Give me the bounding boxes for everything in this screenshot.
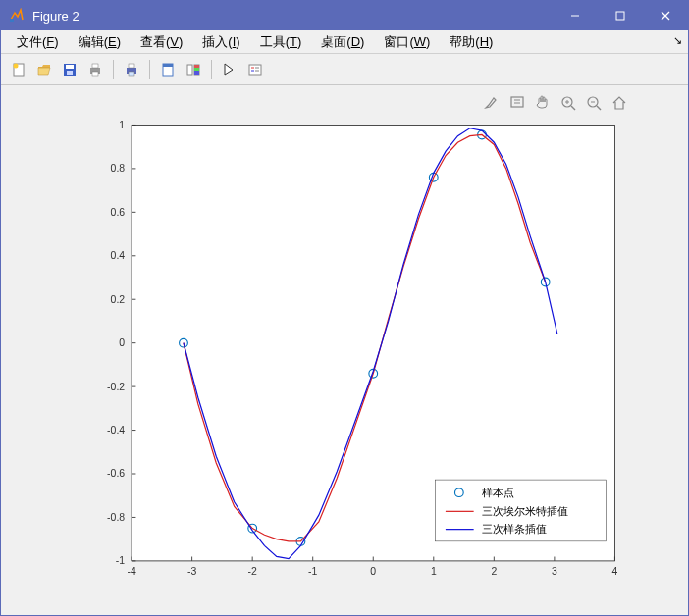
edit-plot-button[interactable] <box>218 58 241 81</box>
brush-icon[interactable] <box>482 93 502 113</box>
separator <box>113 60 114 79</box>
svg-rect-11 <box>92 64 98 68</box>
legend-label: 三次样条插值 <box>482 523 547 535</box>
svg-line-32 <box>571 106 575 110</box>
ytick-label: -0.2 <box>107 382 125 392</box>
print-button[interactable] <box>83 58 107 81</box>
print-preview-button[interactable] <box>120 58 143 81</box>
zoom-out-icon[interactable] <box>584 93 604 113</box>
maximize-button[interactable] <box>598 1 643 30</box>
insert-colorbar-button[interactable] <box>182 58 205 81</box>
ytick-label: -0.8 <box>107 512 125 523</box>
separator <box>149 60 150 79</box>
insert-legend-button[interactable] <box>243 58 267 81</box>
xtick-label: -1 <box>308 566 317 577</box>
xtick-label: 4 <box>612 566 618 577</box>
open-button[interactable] <box>32 58 56 81</box>
xtick-label: -3 <box>187 566 196 577</box>
ytick-label: -0.4 <box>107 425 125 436</box>
minimize-button[interactable] <box>553 1 598 30</box>
dock-arrow-icon[interactable]: ↘ <box>673 34 682 47</box>
menu-file[interactable]: 文件(F) <box>7 31 69 53</box>
svg-rect-2 <box>616 12 624 20</box>
menu-edit[interactable]: 编辑(E) <box>69 31 131 53</box>
svg-rect-14 <box>129 64 134 68</box>
toolbar <box>1 54 688 85</box>
menu-window[interactable]: 窗口(W) <box>374 31 440 53</box>
svg-rect-21 <box>194 68 199 71</box>
axes-toolbar <box>482 93 629 113</box>
svg-rect-17 <box>163 64 173 67</box>
xtick-label: 1 <box>431 566 437 577</box>
xtick-label: 0 <box>370 566 376 577</box>
ytick-label: -1 <box>116 555 125 566</box>
svg-rect-18 <box>187 65 192 75</box>
axes[interactable]: -4-3-2-101234-1-0.8-0.6-0.4-0.200.20.40.… <box>44 115 672 593</box>
menu-bar: 文件(F) 编辑(E) 查看(V) 插入(I) 工具(T) 桌面(D) 窗口(W… <box>1 30 688 54</box>
svg-rect-0 <box>10 19 14 22</box>
data-tip-icon[interactable] <box>507 93 527 113</box>
ytick-label: 0.4 <box>111 250 126 261</box>
svg-rect-20 <box>194 65 199 68</box>
svg-rect-22 <box>194 71 199 75</box>
xtick-label: 3 <box>552 566 557 577</box>
svg-rect-23 <box>249 65 261 75</box>
menu-insert[interactable]: 插入(I) <box>192 31 249 53</box>
pan-hand-icon[interactable] <box>533 93 553 113</box>
plot-svg: -4-3-2-101234-1-0.8-0.6-0.4-0.200.20.40.… <box>44 115 672 593</box>
separator <box>211 60 212 79</box>
svg-rect-9 <box>67 71 73 75</box>
svg-rect-8 <box>66 65 74 69</box>
ytick-label: 1 <box>119 120 125 130</box>
save-button[interactable] <box>58 58 81 81</box>
matlab-logo-icon <box>9 8 25 24</box>
xtick-label: -4 <box>127 566 135 577</box>
figure-window: Figure 2 文件(F) 编辑(E) 查看(V) 插入(I) 工具(T) 桌… <box>0 0 689 616</box>
legend-label: 样本点 <box>482 487 514 498</box>
svg-rect-15 <box>129 72 134 76</box>
ytick-label: 0.8 <box>111 163 126 174</box>
svg-point-6 <box>14 63 19 68</box>
legend-label: 三次埃尔米特插值 <box>482 505 568 517</box>
zoom-in-icon[interactable] <box>558 93 578 113</box>
ytick-label: 0.2 <box>111 294 126 305</box>
link-data-button[interactable] <box>156 58 180 81</box>
menu-view[interactable]: 查看(V) <box>131 31 192 53</box>
xtick-label: -2 <box>248 566 257 577</box>
new-figure-button[interactable] <box>7 58 30 81</box>
ytick-label: 0 <box>119 337 125 348</box>
close-button[interactable] <box>643 1 688 30</box>
svg-rect-12 <box>92 72 98 76</box>
home-icon[interactable] <box>610 93 629 113</box>
menu-tools[interactable]: 工具(T) <box>250 31 312 53</box>
xtick-label: 2 <box>491 566 497 577</box>
title-bar[interactable]: Figure 2 <box>1 1 688 30</box>
svg-line-36 <box>597 106 601 110</box>
figure-area: -4-3-2-101234-1-0.8-0.6-0.4-0.200.20.40.… <box>1 85 688 615</box>
menu-help[interactable]: 帮助(H) <box>440 31 503 53</box>
menu-desktop[interactable]: 桌面(D) <box>311 31 374 53</box>
window-title: Figure 2 <box>32 9 553 24</box>
ytick-label: -0.6 <box>107 468 125 479</box>
ytick-label: 0.6 <box>111 207 126 218</box>
svg-rect-28 <box>511 97 523 107</box>
